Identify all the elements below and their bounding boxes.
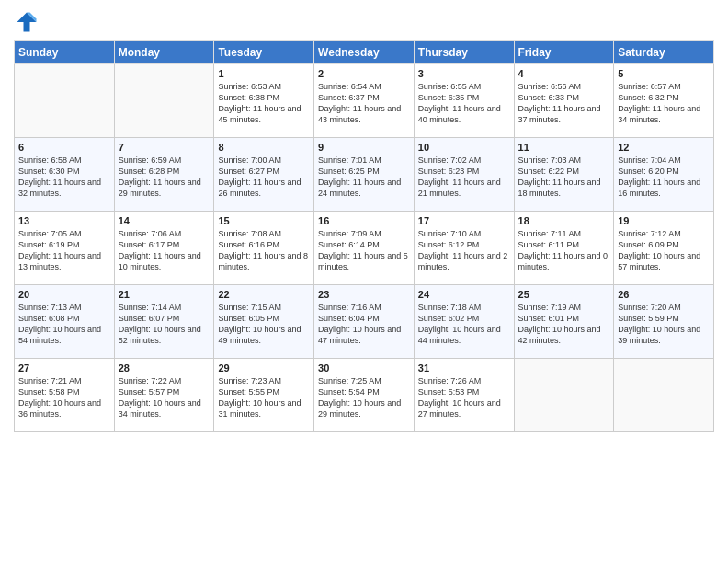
day-number: 28 [119, 362, 210, 373]
logo-icon [14, 9, 40, 35]
day-info: Sunrise: 6:54 AM Sunset: 6:37 PM Dayligh… [318, 81, 410, 126]
day-info: Sunrise: 7:01 AM Sunset: 6:25 PM Dayligh… [318, 155, 410, 200]
day-info: Sunrise: 7:25 AM Sunset: 5:54 PM Dayligh… [318, 375, 410, 420]
day-info: Sunrise: 7:08 AM Sunset: 6:16 PM Dayligh… [218, 228, 310, 273]
day-info: Sunrise: 7:22 AM Sunset: 5:57 PM Dayligh… [119, 375, 210, 420]
calendar-cell: 29Sunrise: 7:23 AM Sunset: 5:55 PM Dayli… [214, 359, 314, 432]
day-info: Sunrise: 6:59 AM Sunset: 6:28 PM Dayligh… [119, 155, 210, 200]
day-info: Sunrise: 7:11 AM Sunset: 6:11 PM Dayligh… [518, 228, 610, 273]
weekday-header-tuesday: Tuesday [214, 41, 314, 64]
calendar-cell: 31Sunrise: 7:26 AM Sunset: 5:53 PM Dayli… [414, 359, 514, 432]
day-number: 29 [218, 362, 310, 373]
calendar-table: SundayMondayTuesdayWednesdayThursdayFrid… [14, 40, 714, 432]
calendar-cell: 3Sunrise: 6:55 AM Sunset: 6:35 PM Daylig… [414, 64, 514, 138]
weekday-header-wednesday: Wednesday [314, 41, 415, 64]
calendar-cell: 11Sunrise: 7:03 AM Sunset: 6:22 PM Dayli… [514, 138, 614, 212]
calendar-cell: 13Sunrise: 7:05 AM Sunset: 6:19 PM Dayli… [15, 212, 115, 285]
day-number: 23 [318, 289, 410, 300]
day-number: 7 [119, 142, 210, 153]
day-number: 10 [418, 142, 510, 153]
calendar-cell: 17Sunrise: 7:10 AM Sunset: 6:12 PM Dayli… [414, 212, 514, 285]
day-info: Sunrise: 7:14 AM Sunset: 6:07 PM Dayligh… [119, 302, 210, 347]
weekday-header-saturday: Saturday [614, 41, 714, 64]
calendar-cell [114, 64, 214, 138]
calendar-cell: 23Sunrise: 7:16 AM Sunset: 6:04 PM Dayli… [314, 285, 415, 359]
weekday-header-monday: Monday [114, 41, 214, 64]
day-info: Sunrise: 6:55 AM Sunset: 6:35 PM Dayligh… [418, 81, 510, 126]
calendar-cell: 25Sunrise: 7:19 AM Sunset: 6:01 PM Dayli… [514, 285, 614, 359]
week-row-5: 27Sunrise: 7:21 AM Sunset: 5:58 PM Dayli… [15, 359, 714, 432]
day-info: Sunrise: 6:56 AM Sunset: 6:33 PM Dayligh… [518, 81, 610, 126]
calendar-cell: 27Sunrise: 7:21 AM Sunset: 5:58 PM Dayli… [15, 359, 115, 432]
svg-marker-0 [17, 13, 37, 32]
day-number: 19 [618, 215, 710, 226]
day-number: 3 [418, 68, 510, 79]
day-info: Sunrise: 7:02 AM Sunset: 6:23 PM Dayligh… [418, 155, 510, 200]
week-row-3: 13Sunrise: 7:05 AM Sunset: 6:19 PM Dayli… [15, 212, 714, 285]
day-number: 24 [418, 289, 510, 300]
day-info: Sunrise: 7:20 AM Sunset: 5:59 PM Dayligh… [618, 302, 710, 347]
day-number: 22 [218, 289, 310, 300]
logo [14, 9, 43, 35]
calendar-cell: 8Sunrise: 7:00 AM Sunset: 6:27 PM Daylig… [214, 138, 314, 212]
calendar-cell: 30Sunrise: 7:25 AM Sunset: 5:54 PM Dayli… [314, 359, 415, 432]
day-number: 13 [18, 215, 110, 226]
day-number: 27 [18, 362, 110, 373]
day-info: Sunrise: 7:04 AM Sunset: 6:20 PM Dayligh… [618, 155, 710, 200]
weekday-header-sunday: Sunday [15, 41, 115, 64]
day-number: 15 [218, 215, 310, 226]
day-info: Sunrise: 7:15 AM Sunset: 6:05 PM Dayligh… [218, 302, 310, 347]
day-number: 21 [119, 289, 210, 300]
day-number: 1 [218, 68, 310, 79]
calendar-cell: 2Sunrise: 6:54 AM Sunset: 6:37 PM Daylig… [314, 64, 415, 138]
day-number: 16 [318, 215, 410, 226]
day-number: 4 [518, 68, 610, 79]
day-number: 9 [318, 142, 410, 153]
day-info: Sunrise: 7:26 AM Sunset: 5:53 PM Dayligh… [418, 375, 510, 420]
calendar-cell: 4Sunrise: 6:56 AM Sunset: 6:33 PM Daylig… [514, 64, 614, 138]
calendar-cell: 26Sunrise: 7:20 AM Sunset: 5:59 PM Dayli… [614, 285, 714, 359]
calendar-cell: 28Sunrise: 7:22 AM Sunset: 5:57 PM Dayli… [114, 359, 214, 432]
calendar-cell: 12Sunrise: 7:04 AM Sunset: 6:20 PM Dayli… [614, 138, 714, 212]
day-number: 14 [119, 215, 210, 226]
day-number: 11 [518, 142, 610, 153]
day-info: Sunrise: 7:23 AM Sunset: 5:55 PM Dayligh… [218, 375, 310, 420]
day-info: Sunrise: 7:05 AM Sunset: 6:19 PM Dayligh… [18, 228, 110, 273]
day-number: 6 [18, 142, 110, 153]
day-info: Sunrise: 7:10 AM Sunset: 6:12 PM Dayligh… [418, 228, 510, 273]
day-info: Sunrise: 7:00 AM Sunset: 6:27 PM Dayligh… [218, 155, 310, 200]
calendar-cell: 24Sunrise: 7:18 AM Sunset: 6:02 PM Dayli… [414, 285, 514, 359]
day-number: 31 [418, 362, 510, 373]
calendar-cell: 10Sunrise: 7:02 AM Sunset: 6:23 PM Dayli… [414, 138, 514, 212]
calendar-cell: 1Sunrise: 6:53 AM Sunset: 6:38 PM Daylig… [214, 64, 314, 138]
day-info: Sunrise: 6:58 AM Sunset: 6:30 PM Dayligh… [18, 155, 110, 200]
header [14, 9, 714, 35]
day-number: 2 [318, 68, 410, 79]
week-row-4: 20Sunrise: 7:13 AM Sunset: 6:08 PM Dayli… [15, 285, 714, 359]
day-number: 8 [218, 142, 310, 153]
calendar-cell [15, 64, 115, 138]
weekday-header-row: SundayMondayTuesdayWednesdayThursdayFrid… [15, 41, 714, 64]
day-info: Sunrise: 7:16 AM Sunset: 6:04 PM Dayligh… [318, 302, 410, 347]
calendar-cell [514, 359, 614, 432]
day-info: Sunrise: 7:06 AM Sunset: 6:17 PM Dayligh… [119, 228, 210, 273]
day-number: 20 [18, 289, 110, 300]
day-number: 26 [618, 289, 710, 300]
calendar-cell: 6Sunrise: 6:58 AM Sunset: 6:30 PM Daylig… [15, 138, 115, 212]
weekday-header-thursday: Thursday [414, 41, 514, 64]
week-row-2: 6Sunrise: 6:58 AM Sunset: 6:30 PM Daylig… [15, 138, 714, 212]
weekday-header-friday: Friday [514, 41, 614, 64]
calendar-cell: 16Sunrise: 7:09 AM Sunset: 6:14 PM Dayli… [314, 212, 415, 285]
calendar-cell: 14Sunrise: 7:06 AM Sunset: 6:17 PM Dayli… [114, 212, 214, 285]
calendar-cell: 5Sunrise: 6:57 AM Sunset: 6:32 PM Daylig… [614, 64, 714, 138]
day-number: 18 [518, 215, 610, 226]
calendar-cell: 21Sunrise: 7:14 AM Sunset: 6:07 PM Dayli… [114, 285, 214, 359]
day-number: 30 [318, 362, 410, 373]
calendar-cell: 7Sunrise: 6:59 AM Sunset: 6:28 PM Daylig… [114, 138, 214, 212]
day-number: 12 [618, 142, 710, 153]
calendar-cell: 22Sunrise: 7:15 AM Sunset: 6:05 PM Dayli… [214, 285, 314, 359]
day-info: Sunrise: 7:13 AM Sunset: 6:08 PM Dayligh… [18, 302, 110, 347]
day-number: 25 [518, 289, 610, 300]
calendar-cell: 20Sunrise: 7:13 AM Sunset: 6:08 PM Dayli… [15, 285, 115, 359]
day-info: Sunrise: 7:09 AM Sunset: 6:14 PM Dayligh… [318, 228, 410, 273]
